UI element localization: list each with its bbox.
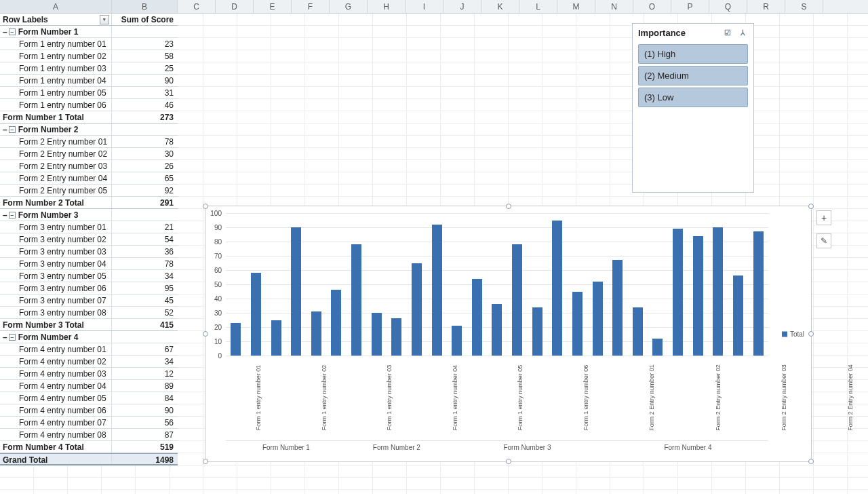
pivot-row[interactable]: Form Number 2 (0, 124, 178, 136)
pivot-row[interactable]: Form 2 Entry number 0592 (0, 185, 178, 197)
column-header-B[interactable]: B (112, 0, 178, 13)
chart-legend[interactable]: Total (782, 330, 804, 338)
pivot-row[interactable]: Form 3 entry number 0478 (0, 258, 178, 270)
column-header-K[interactable]: K (481, 0, 519, 13)
pivot-row[interactable]: Row Labels▾Sum of Score (0, 14, 178, 26)
bar[interactable] (733, 276, 743, 356)
bar[interactable] (452, 326, 462, 356)
column-headers[interactable]: ABCDEFGHIJKLMNOPQRS (0, 0, 868, 14)
bar[interactable] (412, 263, 422, 356)
pivot-row[interactable]: Form Number 1 (0, 26, 178, 38)
slicer-item[interactable]: (1) High (638, 44, 748, 64)
bar[interactable] (753, 231, 764, 356)
resize-handle[interactable] (808, 204, 814, 209)
collapse-icon[interactable] (9, 28, 16, 35)
column-header-P[interactable]: P (671, 0, 709, 13)
column-header-D[interactable]: D (216, 0, 254, 13)
column-header-H[interactable]: H (368, 0, 406, 13)
pivot-row[interactable]: Form 1 entry number 0490 (0, 75, 178, 87)
pivot-row[interactable]: Form 3 entry number 0695 (0, 282, 178, 294)
resize-handle[interactable] (808, 331, 814, 337)
bar[interactable] (572, 292, 583, 356)
bar[interactable] (612, 260, 623, 356)
column-header-Q[interactable]: Q (709, 0, 747, 13)
chart-styles-button[interactable]: ✎ (816, 233, 831, 248)
column-header-E[interactable]: E (254, 0, 292, 13)
bar[interactable] (391, 318, 401, 356)
bar[interactable] (432, 225, 442, 356)
collapse-icon[interactable] (9, 334, 16, 341)
resize-handle[interactable] (808, 459, 814, 464)
clear-filter-icon[interactable]: ⅄ (737, 28, 748, 38)
pivot-row[interactable]: Grand Total1498 (0, 453, 178, 466)
chart-bars[interactable] (226, 213, 768, 356)
pivot-row[interactable]: Form Number 4 Total519 (0, 441, 178, 453)
bar[interactable] (492, 304, 502, 356)
collapse-icon[interactable] (9, 212, 16, 218)
resize-handle[interactable] (203, 459, 208, 464)
bar[interactable] (291, 227, 301, 356)
bar[interactable] (673, 229, 683, 356)
bar[interactable] (652, 339, 663, 356)
pivot-row[interactable]: Form Number 3 Total415 (0, 319, 178, 331)
bar[interactable] (693, 236, 703, 356)
pivot-row[interactable]: Form 4 entry number 0489 (0, 380, 178, 392)
chart-elements-button[interactable]: + (816, 210, 831, 225)
bar[interactable] (472, 279, 482, 356)
bar[interactable] (311, 311, 321, 356)
column-header-A[interactable]: A (0, 0, 112, 13)
pivot-row[interactable]: Form 4 entry number 0690 (0, 404, 178, 417)
bar[interactable] (251, 273, 261, 356)
cells-grid[interactable]: Row Labels▾Sum of ScoreForm Number 1Form… (0, 14, 868, 494)
column-header-N[interactable]: N (595, 0, 633, 13)
pivot-row[interactable]: Form 3 entry number 0254 (0, 233, 178, 246)
pivot-chart[interactable]: + ✎ 0102030405060708090100 Form 1 entry … (205, 206, 812, 462)
row-labels-dropdown[interactable]: ▾ (100, 15, 109, 24)
pivot-row[interactable]: Form 4 entry number 0167 (0, 343, 178, 356)
bar[interactable] (331, 290, 341, 356)
column-header-R[interactable]: R (747, 0, 785, 13)
slicer-importance[interactable]: Importance ☑ ⅄ (1) High(2) Medium(3) Low (632, 23, 754, 193)
column-header-O[interactable]: O (633, 0, 671, 13)
pivot-row[interactable]: Form Number 2 Total291 (0, 197, 178, 209)
pivot-row[interactable]: Form 3 entry number 0336 (0, 246, 178, 258)
pivot-row[interactable]: Form 2 Entry number 0178 (0, 136, 178, 148)
pivot-row[interactable]: Form 4 entry number 0312 (0, 368, 178, 380)
resize-handle[interactable] (203, 204, 208, 209)
slicer-item[interactable]: (2) Medium (638, 66, 748, 86)
pivot-row[interactable]: Form Number 3 (0, 209, 178, 221)
slicer-item[interactable]: (3) Low (638, 88, 748, 107)
column-header-F[interactable]: F (292, 0, 330, 13)
pivot-row[interactable]: Form 4 entry number 0234 (0, 356, 178, 368)
bar[interactable] (713, 227, 723, 356)
bar[interactable] (552, 221, 562, 356)
bar[interactable] (271, 320, 281, 356)
pivot-table[interactable]: Row Labels▾Sum of ScoreForm Number 1Form… (0, 14, 178, 466)
pivot-row[interactable]: Form 1 entry number 0258 (0, 50, 178, 62)
collapse-icon[interactable] (9, 126, 16, 133)
multiselect-icon[interactable]: ☑ (722, 28, 733, 38)
column-header-L[interactable]: L (519, 0, 557, 13)
resize-handle[interactable] (506, 204, 511, 209)
column-header-M[interactable]: M (557, 0, 595, 13)
pivot-row[interactable]: Form 4 entry number 0756 (0, 417, 178, 429)
pivot-row[interactable]: Form 2 Entry number 0326 (0, 160, 178, 172)
pivot-row[interactable]: Form 1 entry number 0325 (0, 62, 178, 75)
pivot-row[interactable]: Form 2 Entry number 0465 (0, 172, 178, 185)
column-header-C[interactable]: C (178, 0, 216, 13)
column-header-G[interactable]: G (330, 0, 368, 13)
bar[interactable] (372, 313, 382, 356)
column-header-I[interactable]: I (406, 0, 443, 13)
pivot-row[interactable]: Form 4 entry number 0584 (0, 392, 178, 404)
bar[interactable] (512, 244, 522, 356)
pivot-row[interactable]: Form 1 entry number 0123 (0, 38, 178, 50)
pivot-row[interactable]: Form 4 entry number 0887 (0, 429, 178, 441)
pivot-row[interactable]: Form 1 entry number 0646 (0, 99, 178, 111)
pivot-row[interactable]: Form 3 entry number 0852 (0, 307, 178, 319)
bar[interactable] (231, 323, 241, 356)
bar[interactable] (532, 307, 542, 356)
pivot-row[interactable]: Form 3 entry number 0121 (0, 221, 178, 233)
pivot-row[interactable]: Form 3 entry number 0745 (0, 294, 178, 307)
bar[interactable] (633, 307, 643, 356)
chart-plot-area[interactable] (226, 213, 768, 356)
